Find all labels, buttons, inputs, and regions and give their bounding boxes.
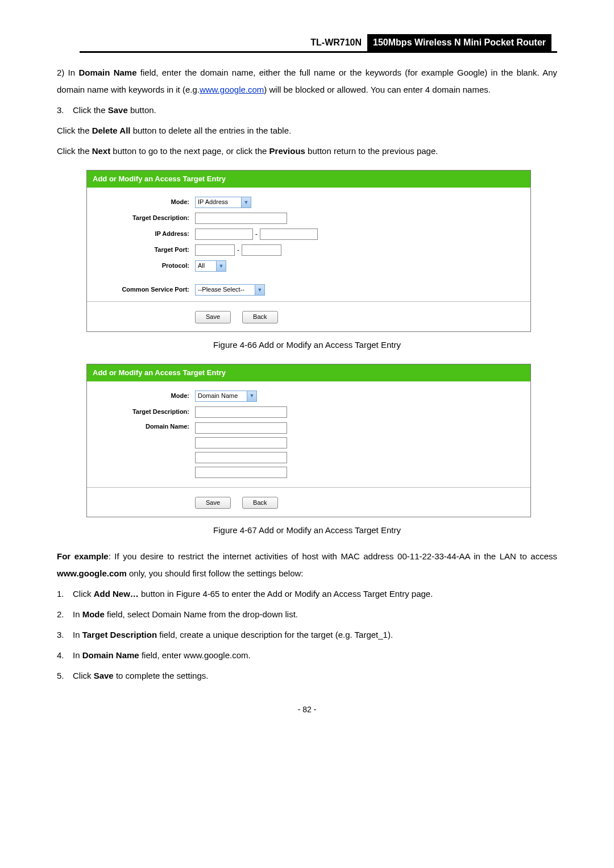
example-step-3: 3. In Target Description field, create a…	[57, 626, 557, 643]
step-save: 3. Click the Save button.	[57, 102, 557, 119]
example-step-1: 1. Click Add New… button in Figure 4-65 …	[57, 585, 557, 603]
example-steps: 1. Click Add New… button in Figure 4-65 …	[57, 585, 557, 684]
target-description-input[interactable]	[195, 406, 287, 418]
port-start-input[interactable]	[195, 244, 235, 256]
save-button[interactable]: Save	[195, 497, 231, 509]
chevron-down-icon: ▼	[247, 391, 257, 402]
example-link[interactable]: www.google.com	[200, 85, 264, 94]
example-step-5: 5. Click Save to complete the settings.	[57, 667, 557, 684]
target-description-label: Target Description:	[98, 408, 195, 416]
target-description-input[interactable]	[195, 213, 287, 224]
chevron-down-icon: ▼	[217, 260, 226, 272]
domain-name-input-4[interactable]	[195, 467, 287, 478]
instruction-domain-name: 2) In Domain Name field, enter the domai…	[57, 64, 557, 98]
example-intro: For example: If you desire to restrict t…	[57, 548, 557, 582]
mode-dropdown[interactable]: Domain Name ▼	[195, 391, 257, 402]
note-pagination: Click the Next button to go to the next …	[57, 143, 557, 160]
back-button[interactable]: Back	[242, 311, 277, 323]
mode-label: Mode:	[98, 392, 195, 400]
example-step-2: 2. In Mode field, select Domain Name fro…	[57, 606, 557, 623]
page-number: - 82 -	[57, 701, 557, 717]
domain-name-input-1[interactable]	[195, 422, 287, 434]
common-service-port-dropdown[interactable]: --Please Select-- ▼	[195, 284, 265, 296]
target-description-label: Target Description:	[98, 214, 195, 222]
port-end-input[interactable]	[242, 244, 281, 256]
mode-label: Mode:	[98, 198, 195, 206]
figure-4-66-caption: Figure 4-66 Add or Modify an Access Targ…	[57, 337, 557, 354]
protocol-dropdown[interactable]: All ▼	[195, 260, 226, 272]
ip-address-label: IP Address:	[98, 230, 195, 238]
product-name: 150Mbps Wireless N Mini Pocket Router	[367, 34, 551, 53]
figure-title: Add or Modify an Access Target Entry	[87, 171, 530, 188]
mode-dropdown[interactable]: IP Address ▼	[195, 197, 251, 208]
back-button[interactable]: Back	[242, 497, 277, 509]
figure-4-67: Add or Modify an Access Target Entry Mod…	[86, 364, 531, 518]
chevron-down-icon: ▼	[255, 284, 265, 296]
common-service-port-label: Common Service Port:	[98, 285, 195, 294]
ip-end-input[interactable]	[260, 229, 318, 240]
save-button[interactable]: Save	[195, 311, 231, 323]
note-delete-all: Click the Delete All button to delete al…	[57, 122, 557, 139]
product-model: TL-WR710N	[305, 34, 367, 53]
figure-4-67-caption: Figure 4-67 Add or Modify an Access Targ…	[57, 522, 557, 539]
range-dash: -	[237, 246, 239, 255]
chevron-down-icon: ▼	[242, 197, 251, 208]
protocol-label: Protocol:	[98, 261, 195, 270]
example-step-4: 4. In Domain Name field, enter www.googl…	[57, 647, 557, 664]
domain-name-label: Domain Name:	[98, 422, 195, 431]
figure-4-66: Add or Modify an Access Target Entry Mod…	[86, 170, 531, 332]
figure-title: Add or Modify an Access Target Entry	[87, 364, 530, 381]
range-dash: -	[255, 230, 258, 239]
domain-name-input-3[interactable]	[195, 452, 287, 463]
ip-start-input[interactable]	[195, 229, 253, 240]
doc-header: TL-WR710N 150Mbps Wireless N Mini Pocket…	[80, 34, 557, 53]
target-port-label: Target Port:	[98, 246, 195, 254]
domain-name-input-2[interactable]	[195, 437, 287, 448]
